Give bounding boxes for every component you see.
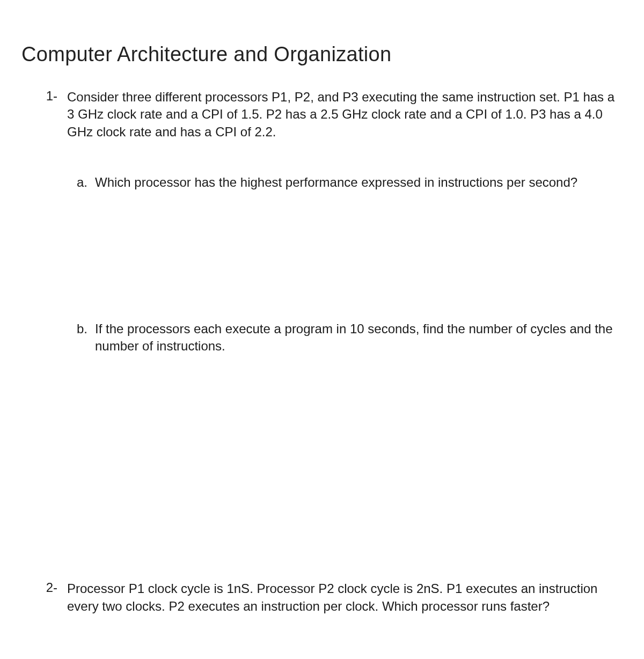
question-1: 1- Consider three different processors P…: [43, 89, 623, 365]
subpart-a: a. Which processor has the highest perfo…: [72, 174, 623, 191]
subpart-letter: b.: [72, 320, 95, 355]
question-body: Processor P1 clock cycle is 1nS. Process…: [67, 580, 623, 615]
question-number: 2-: [43, 580, 67, 615]
question-body: Consider three different processors P1, …: [67, 89, 623, 365]
question-2: 2- Processor P1 clock cycle is 1nS. Proc…: [43, 580, 623, 615]
question-text: Consider three different processors P1, …: [67, 90, 614, 139]
subpart-text: If the processors each execute a program…: [95, 320, 623, 355]
page-title: Computer Architecture and Organization: [21, 43, 623, 66]
question-number: 1-: [43, 89, 67, 365]
subpart-letter: a.: [72, 174, 95, 191]
question-list: 1- Consider three different processors P…: [21, 89, 623, 615]
subpart-text: Which processor has the highest performa…: [95, 174, 623, 191]
answer-space: [43, 376, 623, 580]
subpart-list: a. Which processor has the highest perfo…: [67, 174, 623, 355]
answer-space: [72, 202, 623, 320]
subpart-b: b. If the processors each execute a prog…: [72, 320, 623, 355]
question-text: Processor P1 clock cycle is 1nS. Process…: [67, 581, 597, 613]
